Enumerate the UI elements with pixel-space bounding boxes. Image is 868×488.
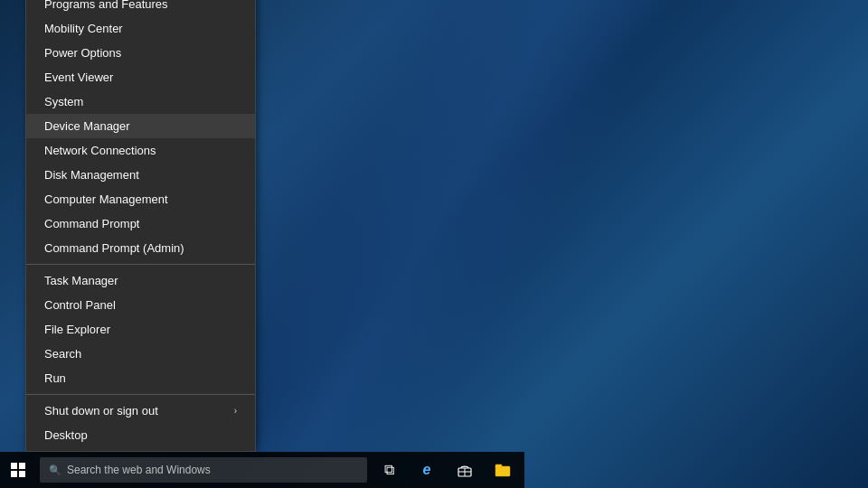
- menu-item-label-power-options: Power Options: [44, 46, 121, 60]
- menu-item-label-command-prompt: Command Prompt: [44, 217, 139, 230]
- menu-item-command-prompt-admin[interactable]: Command Prompt (Admin): [26, 236, 255, 260]
- taskbar-search[interactable]: 🔍 Search the web and Windows: [40, 457, 367, 483]
- menu-item-label-control-panel: Control Panel: [44, 298, 116, 312]
- menu-item-label-desktop: Desktop: [44, 428, 88, 442]
- menu-item-label-programs-features: Programs and Features: [44, 0, 168, 11]
- task-view-icon[interactable]: ⧉: [371, 452, 407, 488]
- menu-item-programs-features[interactable]: Programs and Features: [26, 0, 255, 16]
- menu-item-label-task-manager: Task Manager: [44, 274, 118, 287]
- menu-item-disk-management[interactable]: Disk Management: [26, 163, 255, 187]
- menu-item-desktop[interactable]: Desktop: [26, 423, 255, 447]
- menu-item-label-file-explorer: File Explorer: [44, 323, 110, 336]
- windows-icon: [11, 463, 25, 477]
- menu-item-mobility-center[interactable]: Mobility Center: [26, 16, 255, 41]
- svg-rect-4: [495, 465, 502, 468]
- menu-item-computer-management[interactable]: Computer Management: [26, 187, 255, 211]
- menu-item-label-computer-management: Computer Management: [44, 192, 168, 206]
- taskbar-icons: ⧉ e: [371, 452, 521, 488]
- context-menu: Programs and FeaturesMobility CenterPowe…: [25, 0, 256, 452]
- store-icon[interactable]: [447, 452, 483, 488]
- menu-item-label-run: Run: [44, 371, 66, 385]
- file-explorer-taskbar-icon[interactable]: [485, 452, 521, 488]
- menu-arrow-shut-down: ›: [234, 406, 237, 416]
- menu-item-label-system: System: [44, 95, 83, 108]
- menu-item-run[interactable]: Run: [26, 366, 255, 390]
- menu-item-shut-down[interactable]: Shut down or sign out›: [26, 399, 255, 423]
- menu-item-label-event-viewer: Event Viewer: [44, 70, 113, 84]
- menu-item-label-disk-management: Disk Management: [44, 168, 139, 182]
- menu-item-label-command-prompt-admin: Command Prompt (Admin): [44, 241, 184, 255]
- menu-item-search[interactable]: Search: [26, 342, 255, 366]
- menu-item-network-connections[interactable]: Network Connections: [26, 138, 255, 163]
- menu-item-command-prompt[interactable]: Command Prompt: [26, 211, 255, 236]
- menu-item-event-viewer[interactable]: Event Viewer: [26, 65, 255, 89]
- edge-icon[interactable]: e: [409, 452, 445, 488]
- menu-item-label-search: Search: [44, 347, 81, 361]
- search-placeholder-text: Search the web and Windows: [67, 464, 211, 476]
- menu-item-device-manager[interactable]: Device Manager: [26, 114, 255, 138]
- search-icon: 🔍: [49, 465, 61, 476]
- menu-item-task-manager[interactable]: Task Manager: [26, 268, 255, 293]
- menu-item-label-device-manager: Device Manager: [44, 119, 130, 133]
- taskbar: 🔍 Search the web and Windows ⧉ e: [0, 452, 524, 488]
- menu-divider: [26, 394, 255, 395]
- menu-item-label-mobility-center: Mobility Center: [44, 22, 123, 35]
- start-button[interactable]: [0, 452, 36, 488]
- menu-divider: [26, 264, 255, 265]
- menu-item-power-options[interactable]: Power Options: [26, 41, 255, 65]
- menu-item-system[interactable]: System: [26, 89, 255, 114]
- menu-item-label-network-connections: Network Connections: [44, 144, 156, 157]
- menu-item-file-explorer[interactable]: File Explorer: [26, 317, 255, 342]
- desktop: Programs and FeaturesMobility CenterPowe…: [0, 0, 868, 488]
- menu-item-label-shut-down: Shut down or sign out: [44, 404, 158, 418]
- menu-item-control-panel[interactable]: Control Panel: [26, 293, 255, 317]
